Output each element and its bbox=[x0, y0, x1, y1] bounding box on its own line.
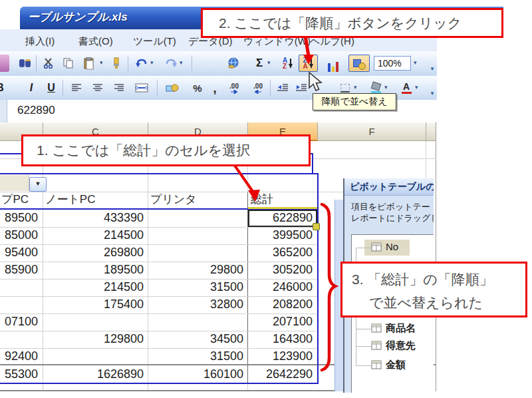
cell-c[interactable]: 1626890 bbox=[43, 366, 146, 383]
cell-d[interactable]: 31500 bbox=[148, 279, 246, 296]
cell-b[interactable] bbox=[0, 296, 41, 313]
cell-c[interactable] bbox=[43, 313, 146, 330]
field-header-total[interactable]: 総計 bbox=[251, 192, 273, 208]
field-item-no[interactable]: No bbox=[386, 241, 398, 252]
sort-descending-icon[interactable]: ZA bbox=[299, 55, 318, 72]
cell-b[interactable]: 95400 bbox=[0, 244, 41, 261]
align-left-icon[interactable] bbox=[68, 79, 85, 97]
decrease-indent-icon[interactable] bbox=[274, 79, 291, 97]
align-right-icon[interactable] bbox=[110, 79, 128, 97]
hyperlink-icon[interactable] bbox=[225, 55, 242, 72]
cell-d[interactable]: 34500 bbox=[148, 331, 246, 347]
window-title: ーブルサンプル.xls bbox=[28, 11, 128, 23]
italic-icon[interactable]: I bbox=[23, 79, 40, 97]
cell-c[interactable]: 269800 bbox=[43, 244, 146, 261]
tree-line bbox=[356, 365, 371, 366]
cell-d[interactable]: 160100 bbox=[148, 366, 246, 383]
cell-d[interactable] bbox=[148, 210, 246, 226]
cell-e[interactable]: 164300 bbox=[248, 331, 315, 347]
bold-icon[interactable]: B bbox=[0, 79, 8, 97]
redo-icon[interactable] bbox=[162, 55, 180, 72]
field-item-amount[interactable]: 金額 bbox=[386, 359, 406, 371]
cell-b[interactable]: 92400 bbox=[0, 348, 41, 365]
cell-b[interactable]: 85900 bbox=[0, 262, 41, 278]
undo-icon[interactable] bbox=[133, 55, 150, 72]
merge-center-icon[interactable] bbox=[132, 79, 152, 97]
cell-e[interactable]: 365200 bbox=[248, 244, 315, 261]
cell-d[interactable] bbox=[148, 227, 246, 244]
cell-e[interactable]: 207100 bbox=[248, 313, 315, 330]
cell-e[interactable]: 123900 bbox=[248, 348, 315, 365]
percent-style-icon[interactable]: % bbox=[189, 79, 206, 97]
cell-d[interactable] bbox=[148, 244, 246, 261]
cell-b[interactable] bbox=[0, 331, 41, 347]
cell-c[interactable]: 175400 bbox=[43, 296, 146, 313]
cell-b[interactable]: 55300 bbox=[0, 366, 41, 383]
autosum-icon[interactable]: Σ bbox=[253, 55, 266, 72]
cell-e[interactable]: 246000 bbox=[248, 279, 315, 296]
menu-item-insert[interactable]: 挿入(I) bbox=[25, 35, 55, 48]
toolbar-options-chevron[interactable]: ▾ bbox=[428, 79, 436, 97]
field-header-note-pc[interactable]: ノートPC bbox=[45, 192, 95, 208]
menu-item-tools[interactable]: ツール(T) bbox=[133, 35, 176, 48]
cell-c[interactable]: 214500 bbox=[43, 279, 146, 296]
pivot-filter-dropdown[interactable]: ▼ bbox=[29, 177, 47, 192]
paste-dropdown-arrow[interactable]: ▾ bbox=[100, 59, 103, 66]
sort-ascending-icon[interactable]: AZ bbox=[279, 55, 297, 72]
toolbar-options-chevron[interactable]: ▾ bbox=[428, 54, 436, 73]
copy-icon[interactable] bbox=[60, 55, 77, 72]
cell-c[interactable]: 433390 bbox=[43, 210, 146, 226]
chart-wizard-icon[interactable] bbox=[324, 55, 342, 72]
pivot-border bbox=[312, 153, 313, 173]
decrease-decimal-icon[interactable]: .00 bbox=[247, 79, 269, 97]
format-painter-icon[interactable] bbox=[108, 55, 125, 72]
increase-decimal-icon[interactable]: .00 bbox=[223, 79, 245, 97]
cell-e[interactable]: 208200 bbox=[248, 296, 315, 313]
currency-icon[interactable] bbox=[162, 79, 182, 97]
field-header-desktop-pc[interactable]: プPC bbox=[1, 192, 29, 208]
cell-e[interactable]: 305200 bbox=[248, 262, 315, 278]
zoom-dropdown-arrow[interactable]: ▾ bbox=[414, 59, 417, 66]
field-item-customer[interactable]: 得意先 bbox=[386, 339, 416, 352]
cell-e[interactable]: 2642290 bbox=[248, 366, 315, 383]
align-center-icon[interactable] bbox=[89, 79, 106, 97]
selected-cell-handle[interactable] bbox=[313, 223, 320, 230]
redo-dropdown-arrow[interactable]: ▾ bbox=[180, 59, 183, 66]
cell-c[interactable]: 189500 bbox=[43, 262, 146, 278]
borders-dropdown-arrow[interactable]: ▾ bbox=[354, 84, 357, 91]
font-color-icon[interactable]: A bbox=[398, 79, 415, 97]
cell-b[interactable]: 07100 bbox=[0, 313, 41, 330]
menu-item-format[interactable]: 書式(O) bbox=[78, 35, 113, 48]
cell-d[interactable]: 29800 bbox=[148, 262, 246, 278]
drawing-icon[interactable] bbox=[348, 55, 370, 72]
clipped-toolbar-icon[interactable] bbox=[0, 55, 9, 72]
pane-instruction: 項目をピボットテー レポートにドラッグし bbox=[351, 201, 434, 224]
cell-b[interactable]: 85000 bbox=[0, 227, 41, 244]
increase-indent-icon[interactable] bbox=[293, 79, 310, 97]
cell-d[interactable]: 31500 bbox=[148, 348, 246, 365]
cell-c[interactable]: 214500 bbox=[43, 227, 146, 244]
column-header-f[interactable]: F bbox=[318, 122, 426, 141]
cell-c[interactable] bbox=[43, 348, 146, 365]
undo-dropdown-arrow[interactable]: ▾ bbox=[150, 59, 154, 66]
cell-b[interactable]: 89500 bbox=[0, 210, 41, 226]
cell-e[interactable]: 399500 bbox=[248, 227, 315, 244]
zoom-combobox[interactable]: 100% bbox=[374, 56, 411, 71]
fill-color-dropdown-arrow[interactable]: ▾ bbox=[384, 84, 388, 91]
cut-icon[interactable] bbox=[40, 55, 57, 72]
font-color-dropdown-arrow[interactable]: ▾ bbox=[415, 84, 418, 91]
underline-icon[interactable]: U bbox=[43, 79, 60, 97]
research-icon[interactable] bbox=[16, 55, 33, 72]
cell-b[interactable] bbox=[0, 279, 41, 296]
autosum-dropdown-arrow[interactable]: ▾ bbox=[267, 59, 271, 66]
cell-d[interactable]: 32800 bbox=[148, 296, 246, 313]
cell-d[interactable] bbox=[148, 313, 246, 330]
cell-c[interactable]: 129800 bbox=[43, 331, 146, 347]
comma-style-icon[interactable]: , bbox=[206, 79, 223, 97]
field-item-product[interactable]: 商品名 bbox=[386, 322, 416, 335]
selected-cell-border[interactable] bbox=[248, 210, 317, 227]
paste-icon[interactable] bbox=[80, 55, 100, 72]
field-header-printer[interactable]: プリンタ bbox=[150, 192, 197, 208]
pane-title[interactable]: ピボットテーブルの bbox=[344, 178, 434, 196]
column-header-g[interactable] bbox=[426, 122, 436, 141]
